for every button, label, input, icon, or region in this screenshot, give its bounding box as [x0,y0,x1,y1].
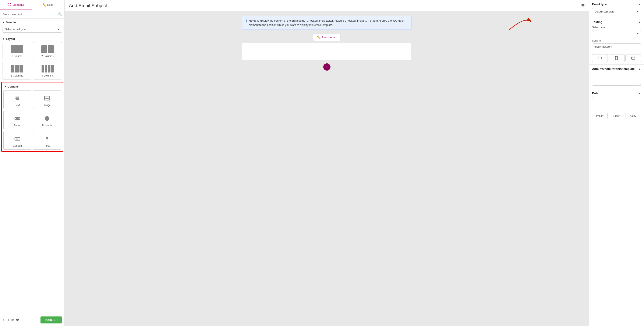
email-type-select[interactable]: Select email type [2,26,62,33]
sample-label: Sample [6,21,16,24]
layout-label: Layout [6,37,15,40]
canvas-header: Add Email Subject ☰ [65,0,589,12]
layout-col-block [15,65,19,72]
email-subject-title[interactable]: Add Email Subject [69,3,107,8]
canvas-wrapper: Add Email Subject ☰ ℹ Note: To display t… [65,0,589,326]
svg-point-17 [616,59,617,60]
content-grid: Text Image [4,90,61,150]
admins-note-collapse-icon[interactable]: ▲ [638,68,641,70]
layout-grid-container: 1 Column 2 Columns 3 Columns [0,42,64,82]
tab-editor[interactable]: ✏️ Editor [32,0,64,10]
copy-data-button[interactable]: Copy [626,113,641,119]
tab-elements[interactable]: Elements [0,0,32,10]
main-canvas: Add Email Subject ☰ ℹ Note: To display t… [65,0,589,326]
info-banner: ℹ Note: To display the content of the 3r… [242,16,412,30]
import-button[interactable]: Import [592,113,608,119]
content-text-label: Text [6,104,29,106]
data-title: Data [592,92,598,95]
svg-rect-18 [632,57,635,59]
sidebar-bottom: ↩ + ⧉ 🗑 PUBLISH [0,314,64,326]
layout-col-block [51,65,54,72]
add-block-button[interactable]: + [323,64,330,70]
layout-col-block [48,65,50,72]
content-item-image[interactable]: Image [33,90,61,109]
sidebar-tabs: Elements ✏️ Editor [0,0,64,10]
text-icon [6,94,29,102]
testing-collapse-icon[interactable]: ▲ [638,20,641,24]
layout-2-columns[interactable]: 2 Columns [33,42,62,60]
send-to-input[interactable] [592,44,641,50]
info-note-prefix: Note: [249,19,256,22]
content-section: ▼ Content Text [1,82,63,152]
content-item-button[interactable]: Button [4,111,31,129]
mobile-preview-button[interactable] [608,54,624,62]
svg-rect-0 [8,3,9,4]
layout-1-col-label: 1 Column [5,55,29,58]
data-section: Data ▲ Import Export Copy [589,89,644,122]
admins-note-header[interactable]: Admin's note for this template ▲ [592,67,641,70]
tab-editor-label: Editor [47,3,54,6]
content-button-label: Button [6,124,29,127]
content-section-header[interactable]: ▼ Content [4,84,61,90]
search-box: 🔍 [0,10,64,19]
layout-3-columns[interactable]: 3 Columns [2,62,31,80]
testing-header[interactable]: Testing ▲ [592,20,641,24]
content-products-label: Products [36,124,59,127]
background-button[interactable]: ✏️ Background [313,34,340,41]
layout-4-columns[interactable]: 4 Columns [33,62,62,80]
email-canvas-container: ✏️ Background + [242,34,412,70]
layout-col-block [20,65,23,72]
content-coupon-label: Coupon [6,144,29,147]
canvas-body: ℹ Note: To display the content of the 3r… [65,12,589,326]
desktop-preview-button[interactable] [592,54,608,62]
email-type-section: Email type ▲ Default template [589,0,644,18]
content-item-coupon[interactable]: % Coupon [4,131,31,150]
content-item-post[interactable]: Post [33,131,61,150]
email-content-area [242,43,412,60]
layout-3-col-label: 3 Columns [5,74,29,77]
email-type-dropdown[interactable]: Default template [592,8,641,15]
admins-note-textarea[interactable] [592,73,641,86]
layout-section-header[interactable]: ▼ Layout [0,35,64,42]
layout-3-col-preview [5,65,29,72]
svg-rect-2 [8,5,9,6]
svg-text:%: % [16,138,18,140]
data-header[interactable]: Data ▲ [592,92,641,95]
delete-icon[interactable]: 🗑 [16,318,19,322]
content-item-text[interactable]: Text [4,90,31,109]
email-type-header[interactable]: Email type ▲ [592,2,641,6]
layout-col-block [42,65,44,72]
search-input[interactable] [2,13,56,16]
data-textarea[interactable] [592,97,641,110]
sample-section-header[interactable]: ▼ Sample [0,19,64,26]
publish-button[interactable]: PUBLISH [40,316,62,324]
right-panel: Email type ▲ Default template Testing ▲ … [589,0,644,326]
layout-1-column[interactable]: 1 Column [2,42,31,60]
add-icon[interactable]: + [8,318,9,322]
editor-tab-icon: ✏️ [42,3,46,6]
search-icon[interactable]: 🔍 [58,12,62,16]
email-preview-button[interactable] [625,54,641,62]
admins-note-section: Admin's note for this template ▲ [589,65,644,89]
layout-grid: 1 Column 2 Columns 3 Columns [2,42,62,80]
email-type-collapse-icon[interactable]: ▲ [638,3,641,6]
canvas-menu-icon[interactable]: ☰ [581,4,585,8]
svg-rect-4 [44,96,50,100]
layout-col-block [10,45,23,53]
layout-2-col-preview [36,45,60,53]
post-icon [36,134,59,143]
info-icon: ℹ [246,19,247,22]
background-label: Background [322,36,336,39]
layout-col-block [45,65,47,72]
content-item-products[interactable]: Products [33,111,61,129]
copy-icon[interactable]: ⧉ [12,318,14,322]
content-image-label: Image [36,104,59,106]
undo-icon[interactable]: ↩ [2,318,5,322]
content-label: Content [8,85,18,88]
select-order-dropdown[interactable] [592,30,641,37]
coupon-icon: % [6,134,29,143]
export-button[interactable]: Export [609,113,624,119]
data-collapse-icon[interactable]: ▲ [638,92,641,95]
layout-1-col-preview [5,45,29,53]
send-to-label: Send to [592,39,641,42]
